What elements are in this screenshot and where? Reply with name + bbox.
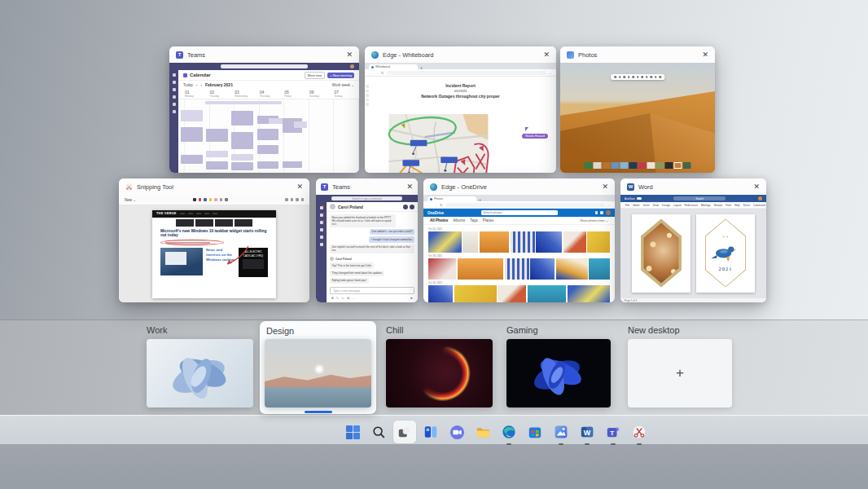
teams-left-rail [169, 70, 178, 173]
window-snipping-tool[interactable]: Snipping Tool ✕ New ⌄ THE VERGE [119, 178, 309, 302]
today-button: Today [183, 83, 193, 87]
window-edge-onedrive[interactable]: Edge - OneDrive ✕ Photos + ←→↻… OneDrive… [423, 178, 615, 302]
avatar [350, 64, 354, 68]
window-title: Snipping Tool [137, 183, 173, 191]
close-icon[interactable]: ✕ [543, 51, 550, 59]
message-thread: Have you added the finalized schedule to… [327, 212, 418, 285]
video-call-icon [403, 205, 408, 209]
ribbon-menus: FileHome InsertDraw DesignLayout Referen… [620, 202, 766, 209]
help-icon [600, 211, 603, 214]
task-view-button[interactable] [393, 421, 416, 443]
comments-button: Comments [753, 204, 765, 207]
photos-button[interactable] [550, 421, 572, 443]
tab-places: Places [483, 218, 494, 222]
teams-calendar-content: Calendar Meet now + New meeting Today ‹ … [169, 63, 359, 173]
dark-bloom-wallpaper [506, 339, 611, 408]
url-field [387, 71, 546, 75]
onedrive-header: OneDrive Search photos [423, 209, 615, 217]
microsoft-store-button[interactable] [524, 421, 546, 443]
running-indicator [585, 443, 590, 445]
calendar-heading: Calendar [190, 73, 211, 77]
desktop-thumbnail-gaming[interactable] [506, 339, 611, 408]
article-headline: Microsoft's new Windows 10 taskbar widge… [160, 229, 268, 239]
close-icon[interactable]: ✕ [406, 183, 413, 191]
next-icon: › [201, 83, 203, 87]
window-title: Teams [187, 51, 205, 59]
close-icon[interactable]: ✕ [346, 51, 353, 59]
widgets-button[interactable] [419, 421, 442, 443]
hexagon-photo [641, 223, 682, 284]
desktop-work[interactable]: Work [147, 325, 253, 408]
start-button[interactable] [341, 421, 364, 443]
search-button[interactable] [367, 421, 390, 443]
whiteboard-toolbar [365, 85, 370, 106]
file-explorer-button[interactable] [471, 421, 494, 443]
desktop-thumbnail-chill[interactable] [386, 339, 493, 408]
close-icon[interactable]: ✕ [702, 51, 708, 59]
desktop-design-card[interactable]: Design [260, 321, 376, 414]
desktop-new[interactable]: New desktop + [628, 325, 732, 408]
day-headers: 01Monday 02Tuesday 03Wednesday 04Thursda… [178, 89, 359, 99]
word-status-bar: Page 1 of 2 [620, 297, 766, 302]
document-page-right: ✦ ✦ 2021 [696, 214, 755, 293]
account-avatar [758, 196, 762, 200]
tab-albums: Albums [453, 218, 465, 222]
titlebar: T Teams ✕ [169, 46, 359, 63]
teams-button[interactable]: T [602, 421, 625, 443]
start-icon [345, 425, 361, 440]
window-title: Photos [578, 51, 597, 59]
photos-icon [567, 51, 574, 59]
window-teams-calendar[interactable]: T Teams ✕ Calendar Meet now + New meetin… [169, 46, 359, 173]
window-title: Edge - Whiteboard [383, 51, 434, 59]
desktop-gaming[interactable]: Gaming [506, 325, 611, 408]
running-indicator [611, 443, 616, 445]
teams-left-rail [316, 202, 327, 302]
snipping-tool-button[interactable] [628, 421, 651, 443]
activity-icon [320, 206, 323, 209]
calendar-icon [320, 228, 323, 231]
word-button[interactable]: W [576, 421, 598, 443]
month-label: February 2021 [205, 82, 233, 87]
window-teams-chat[interactable]: T Teams ✕ Search or type a command [316, 178, 418, 302]
desktop-label: Gaming [506, 325, 611, 335]
filmstrip [585, 162, 691, 169]
svg-text:T: T [610, 430, 614, 437]
running-indicator [506, 443, 511, 445]
account-avatar [606, 210, 611, 215]
desktop-chill[interactable]: Chill [386, 325, 493, 408]
desktop-label: Work [147, 325, 253, 335]
close-icon[interactable]: ✕ [753, 183, 760, 191]
close-icon[interactable]: ✕ [602, 183, 608, 191]
window-title: Word [638, 183, 653, 191]
message: Styling looks great, thank you! [330, 278, 369, 284]
desktop-thumbnail-work[interactable] [147, 339, 253, 408]
tab-tags: Tags [470, 218, 478, 222]
message-input: Type a new message [330, 287, 414, 294]
edge-button[interactable] [498, 421, 520, 443]
selected-desktop-indicator [305, 411, 332, 413]
tab-all-photos: All Photos [430, 218, 448, 222]
browser-tab-strip: Whiteboard + [365, 63, 556, 69]
new-desktop-button[interactable]: + [628, 339, 732, 408]
bird-illustration [709, 239, 742, 263]
task-view-screen: T Teams ✕ Calendar Meet now + New meetin… [0, 0, 868, 489]
window-word[interactable]: W Word ✕ AutoSave Search FileHome Insert… [620, 178, 766, 302]
chat-button[interactable] [445, 421, 468, 443]
browser-tab-strip: Photos + [423, 195, 615, 201]
settings-icon [595, 211, 598, 214]
onedrive-brand: OneDrive [427, 211, 444, 215]
close-icon[interactable]: ✕ [296, 183, 303, 191]
files-icon [320, 243, 323, 246]
chat-icon [320, 214, 323, 217]
board-date: 05/23/20 [365, 89, 556, 93]
window-photos[interactable]: Photos ✕ [560, 46, 715, 173]
filter-dropdown: Show photos from ⌄ [580, 218, 608, 222]
message: Just added it - can you take a look? [370, 229, 414, 235]
window-title: Edge - OneDrive [441, 183, 487, 191]
window-edge-whiteboard[interactable]: Edge - Whiteboard ✕ Whiteboard + ←→↻… In… [365, 46, 556, 173]
desktop-thumbnail-design[interactable] [265, 339, 371, 408]
red-arrow-annotation [221, 244, 253, 269]
pen-tools [193, 198, 228, 201]
running-indicator [637, 443, 642, 445]
board-subtitle: Network Outages throughout city proper [365, 94, 556, 99]
